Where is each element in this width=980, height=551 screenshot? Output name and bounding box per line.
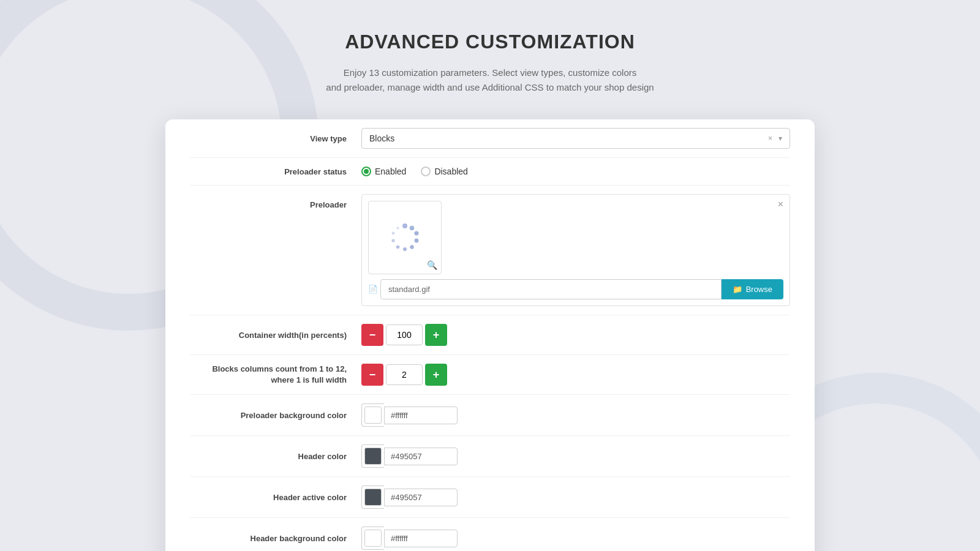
header-color-row: Header color [190,436,790,477]
preloader-status-label: Preloader status [190,167,361,176]
blocks-columns-stepper: − + [361,364,447,386]
preloader-status-row: Preloader status Enabled Disabled [190,158,790,186]
header-bg-color-swatch [364,530,382,547]
preloader-row: Preloader × [190,186,790,315]
file-icon: 📄 [368,285,378,294]
header-active-color-row: Header active color [190,477,790,518]
page-header: ADVANCED CUSTOMIZATION Enjoy 13 customiz… [0,0,980,113]
header-bg-color-label: Header background color [190,534,361,543]
container-width-control: − + [361,324,790,346]
magnify-icon: 🔍 [427,260,437,270]
preloader-bg-color-input-row [361,403,458,427]
svg-point-3 [415,239,419,243]
svg-point-8 [392,232,395,235]
view-type-select[interactable]: Blocks × ▾ [361,128,790,149]
svg-point-9 [396,227,399,229]
svg-point-0 [402,223,407,228]
select-clear-icon[interactable]: × [768,134,772,143]
header-active-color-input-row [361,485,458,509]
container-width-label: Container width(in percents) [190,331,361,340]
spinner-icon [388,221,421,254]
svg-point-6 [396,246,400,249]
preloader-section: × [361,194,790,306]
preloader-control: × [361,194,790,306]
svg-point-2 [414,231,418,235]
blocks-columns-plus[interactable]: + [425,364,447,386]
header-active-color-control [361,485,790,509]
preloader-bg-color-swatch [364,407,382,424]
blocks-columns-control: − + [361,364,790,386]
header-active-color-input[interactable] [384,489,458,506]
preloader-bg-color-swatch-wrap[interactable] [361,403,384,427]
blocks-columns-minus[interactable]: − [361,364,383,386]
header-active-color-swatch-wrap[interactable] [361,485,384,509]
header-color-label: Header color [190,452,361,461]
preloader-close-icon[interactable]: × [778,200,783,209]
header-bg-color-input[interactable] [384,530,458,547]
header-color-input-row [361,444,458,468]
select-arrow-icon[interactable]: ▾ [778,134,782,143]
svg-point-7 [391,239,394,242]
preloader-status-control: Enabled Disabled [361,167,790,176]
container-width-plus[interactable]: + [425,324,447,346]
page-subtitle: Enjoy 13 customization parameters. Selec… [12,66,968,95]
container-width-stepper: − + [361,324,447,346]
header-color-swatch-wrap[interactable] [361,444,384,468]
preloader-bg-color-input[interactable] [384,407,458,424]
preloader-bg-color-row: Preloader background color [190,395,790,436]
form-section: View type Blocks × ▾ Preloader status [165,119,815,551]
header-bg-color-row: Header background color [190,518,790,551]
browse-button[interactable]: 📁 Browse [722,279,783,299]
header-color-input[interactable] [384,448,458,465]
header-bg-color-control [361,527,790,550]
view-type-row: View type Blocks × ▾ [190,119,790,158]
preloader-label: Preloader [190,194,361,209]
header-color-control [361,444,790,468]
view-type-label: View type [190,134,361,143]
header-active-color-label: Header active color [190,493,361,502]
view-type-control: Blocks × ▾ [361,128,790,149]
header-bg-color-input-row [361,527,458,550]
file-name-input[interactable] [380,279,722,299]
preloader-bg-color-label: Preloader background color [190,411,361,420]
radio-enabled-circle [361,167,371,176]
svg-point-4 [410,245,413,249]
file-input-row: 📄 📁 Browse [368,279,783,299]
header-color-swatch [364,448,382,465]
radio-enabled[interactable]: Enabled [361,167,406,176]
container-width-minus[interactable]: − [361,324,383,346]
svg-point-1 [410,226,415,231]
radio-disabled-circle [421,167,431,176]
header-bg-color-swatch-wrap[interactable] [361,527,384,550]
blocks-columns-value[interactable] [386,364,423,385]
svg-point-5 [403,247,407,251]
preloader-image-box: 🔍 [368,201,442,274]
blocks-columns-label: Blocks columns count from 1 to 12,where … [190,364,361,386]
radio-disabled[interactable]: Disabled [421,167,467,176]
container-width-row: Container width(in percents) − + [190,315,790,355]
header-active-color-swatch [364,489,382,506]
blocks-columns-row: Blocks columns count from 1 to 12,where … [190,355,790,395]
browse-icon: 📁 [733,285,742,294]
page-title: ADVANCED CUSTOMIZATION [12,31,968,53]
main-card: View type Blocks × ▾ Preloader status [165,119,815,551]
preloader-bg-color-control [361,403,790,427]
container-width-value[interactable] [386,324,423,345]
radio-group: Enabled Disabled [361,167,468,176]
